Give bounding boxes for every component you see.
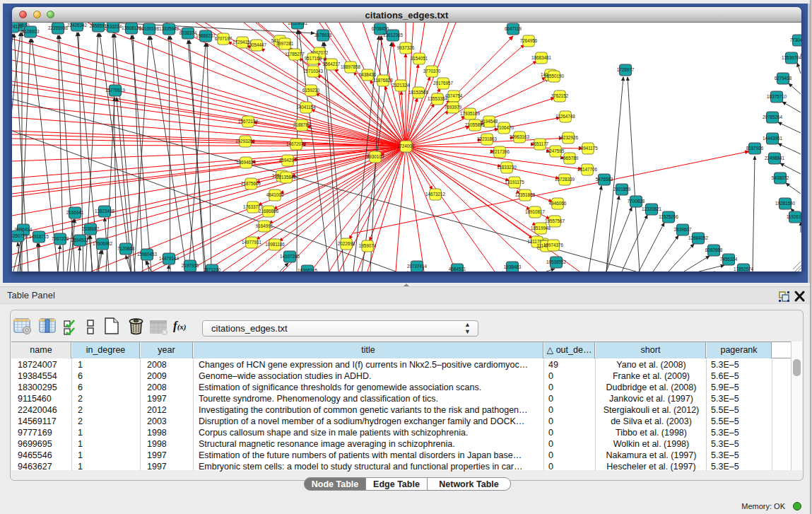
svg-text:22355936: 22355936: [48, 25, 69, 30]
svg-text:19557567: 19557567: [545, 218, 565, 223]
svg-text:20176957: 20176957: [433, 81, 454, 86]
svg-text:22498841: 22498841: [765, 156, 785, 160]
svg-text:18147706: 18147706: [577, 167, 598, 172]
svg-text:18519948: 18519948: [531, 226, 551, 230]
svg-text:21875600: 21875600: [241, 181, 261, 186]
svg-text:6438436: 6438436: [359, 72, 377, 77]
svg-text:18375710: 18375710: [767, 94, 787, 99]
svg-text:22426342: 22426342: [67, 23, 88, 28]
svg-text:5108603: 5108603: [22, 29, 40, 34]
svg-text:3154051: 3154051: [411, 56, 428, 61]
svg-text:2166941: 2166941: [66, 210, 84, 215]
svg-text:16366205: 16366205: [298, 268, 318, 271]
svg-text:11785277: 11785277: [285, 52, 305, 57]
svg-text:7120868: 7120868: [117, 246, 135, 251]
svg-text:4946066: 4946066: [549, 201, 567, 206]
svg-text:11876828: 11876828: [373, 78, 393, 83]
svg-text:19886237: 19886237: [196, 33, 216, 38]
svg-text:8038374: 8038374: [180, 30, 197, 35]
svg-text:18910817: 18910817: [525, 209, 546, 214]
svg-text:4965789: 4965789: [561, 156, 579, 160]
svg-text:9517169: 9517169: [305, 56, 322, 61]
svg-text:15672134: 15672134: [238, 119, 259, 124]
svg-text:10109031: 10109031: [288, 23, 308, 25]
svg-text:6707197: 6707197: [215, 36, 233, 41]
svg-text:19232926: 19232926: [558, 135, 579, 140]
svg-text:3762152: 3762152: [551, 93, 569, 98]
svg-text:2651177: 2651177: [531, 141, 549, 146]
svg-text:20100198: 20100198: [139, 26, 160, 31]
svg-text:1247595: 1247595: [547, 148, 565, 153]
svg-text:14673212: 14673212: [425, 192, 446, 197]
svg-text:6159230: 6159230: [302, 88, 320, 93]
svg-text:17606962: 17606962: [93, 241, 113, 246]
svg-text:10538552: 10538552: [546, 259, 567, 264]
svg-text:14479144: 14479144: [159, 256, 180, 261]
svg-text:19293261: 19293261: [235, 139, 256, 144]
svg-text:20963163: 20963163: [510, 134, 530, 139]
svg-text:1938483: 1938483: [504, 264, 522, 269]
svg-text:7730428: 7730428: [790, 37, 801, 42]
svg-text:12684052: 12684052: [688, 235, 709, 240]
svg-text:3997281: 3997281: [276, 41, 294, 46]
svg-text:22135842: 22135842: [276, 175, 297, 180]
svg-text:22231863: 22231863: [477, 136, 498, 141]
svg-text:2022698: 2022698: [338, 241, 355, 246]
svg-text:3564217: 3564217: [323, 62, 341, 66]
svg-text:12320821: 12320821: [642, 206, 662, 211]
svg-text:6647119: 6647119: [505, 26, 522, 31]
svg-text:8082668: 8082668: [705, 247, 723, 252]
svg-text:12710343: 12710343: [303, 69, 324, 74]
svg-text:13191175: 13191175: [505, 180, 524, 185]
svg-text:14977931: 14977931: [242, 240, 262, 245]
svg-text:15960453: 15960453: [137, 252, 158, 257]
svg-text:13823498: 13823498: [95, 209, 115, 214]
svg-text:14107245: 14107245: [280, 254, 300, 259]
svg-text:13539704: 13539704: [782, 55, 801, 60]
svg-text:19974376: 19974376: [543, 243, 564, 247]
svg-text:20785264: 20785264: [763, 115, 783, 119]
svg-text:1959074: 1959074: [359, 243, 377, 248]
svg-text:19281590: 19281590: [775, 201, 796, 206]
svg-text:7693979: 7693979: [445, 105, 462, 110]
svg-text:2921859: 2921859: [613, 187, 631, 192]
svg-text:6708456: 6708456: [372, 26, 389, 31]
svg-text:9164991: 9164991: [256, 223, 273, 228]
svg-text:18683481: 18683481: [531, 55, 552, 60]
svg-text:1192619: 1192619: [787, 214, 801, 219]
svg-text:13335942: 13335942: [159, 26, 180, 31]
svg-text:2321324: 2321324: [392, 83, 410, 88]
svg-text:7455324: 7455324: [720, 257, 738, 262]
svg-text:11525206: 11525206: [659, 214, 678, 219]
svg-text:9937326: 9937326: [397, 45, 415, 50]
svg-text:5476583: 5476583: [596, 177, 613, 182]
svg-text:2197935: 2197935: [182, 263, 199, 268]
svg-text:2694522: 2694522: [71, 238, 89, 243]
svg-text:13694634: 13694634: [236, 160, 257, 165]
svg-text:13612365: 13612365: [383, 33, 404, 37]
svg-text:20941175: 20941175: [578, 146, 598, 151]
svg-text:2338687: 2338687: [82, 226, 100, 231]
svg-text:10054447: 10054447: [247, 42, 267, 47]
svg-text:11264748: 11264748: [555, 114, 575, 119]
svg-text:6279418: 6279418: [775, 76, 792, 81]
svg-text:11833230: 11833230: [497, 165, 517, 170]
svg-text:14918715: 14918715: [29, 234, 49, 239]
svg-text:14672073: 14672073: [286, 141, 307, 146]
svg-text:15770619: 15770619: [105, 88, 126, 93]
svg-text:14443951: 14443951: [763, 136, 783, 141]
svg-text:1533224: 1533224: [105, 24, 122, 29]
svg-text:3770370: 3770370: [423, 69, 441, 74]
svg-text:8930103: 8930103: [367, 154, 384, 159]
svg-text:21686866: 21686866: [259, 209, 279, 214]
svg-text:4374754: 4374754: [445, 93, 463, 98]
svg-text:4594297: 4594297: [279, 158, 297, 163]
svg-text:22217396: 22217396: [490, 149, 510, 154]
svg-text:21055895: 21055895: [465, 122, 486, 127]
svg-text:7700828: 7700828: [628, 199, 645, 204]
svg-text:1724007: 1724007: [397, 144, 415, 148]
svg-text:7264956: 7264956: [520, 38, 538, 43]
svg-text:4684531: 4684531: [449, 267, 466, 271]
svg-text:12351868: 12351868: [515, 192, 536, 197]
svg-text:3678638: 3678638: [314, 33, 332, 37]
